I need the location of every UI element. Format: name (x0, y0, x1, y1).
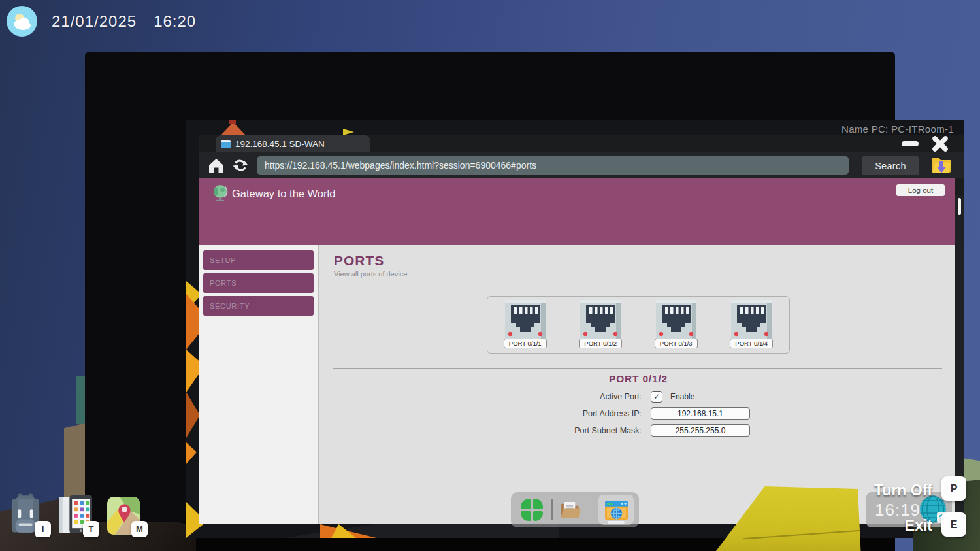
port-detail-title: PORT 0/1/2 (321, 373, 955, 385)
browser-tab[interactable]: 192.168.45.1 SD-WAN (216, 135, 370, 152)
active-port-checkbox[interactable]: ✓ (651, 391, 662, 403)
browser-app-icon (604, 500, 629, 520)
monitor-screen: Name PC: PC-ITRoom-1 192.168.45.1 SD-WAN (186, 120, 964, 538)
site-header: Gateway to the World Log out (199, 178, 955, 245)
dock-divider (551, 499, 553, 520)
ethernet-port-icon (730, 299, 772, 340)
webpage-content: Gateway to the World Log out SETUP PORTS… (199, 178, 955, 524)
turn-off-key-badge[interactable]: P (941, 476, 966, 501)
port-label: PORT 0/1/1 (504, 339, 547, 348)
home-icon[interactable] (207, 156, 225, 175)
sidebar-item-label: SETUP (210, 256, 236, 264)
page-subtitle: View all ports of device. (321, 269, 955, 278)
sidebar-item-setup[interactable]: SETUP (203, 250, 314, 270)
logout-button[interactable]: Log out (896, 184, 945, 196)
port-item-1[interactable]: PORT 0/1/1 (493, 299, 558, 348)
key-letter: T (89, 524, 94, 534)
port-label: PORT 0/1/4 (730, 339, 773, 348)
site-title: Gateway to the World (232, 188, 335, 200)
mask-input[interactable] (651, 424, 750, 437)
close-icon[interactable] (930, 134, 951, 154)
turn-off-label: Turn Off (828, 482, 932, 499)
monitor-bezel: Name PC: PC-ITRoom-1 192.168.45.1 SD-WAN (85, 52, 895, 522)
form-row-ip: Port Address IP: (321, 407, 955, 420)
hud-datetime: 21/01/2025 16:20 (52, 12, 196, 31)
ethernet-port-icon (580, 299, 621, 340)
os-dock (511, 492, 639, 527)
globe-icon (211, 184, 229, 202)
ip-input[interactable] (651, 407, 750, 420)
map-key-badge[interactable]: M (131, 521, 148, 537)
ethernet-port-icon (504, 299, 546, 340)
inventory-key-badge[interactable]: I (35, 521, 51, 537)
wallpaper-triangle (186, 442, 197, 464)
key-letter: I (42, 524, 44, 534)
active-port-label: Active Port: (321, 392, 642, 401)
pc-name-label: Name PC: PC-ITRoom-1 (841, 124, 954, 135)
browser-toolbar: Search (199, 152, 964, 178)
mask-label: Port Subnet Mask: (321, 426, 642, 435)
file-manager-icon[interactable] (559, 500, 583, 520)
search-button[interactable]: Search (862, 156, 919, 175)
wallpaper-triangle (186, 392, 200, 438)
port-form: Active Port: ✓ Enable Port Address IP: P… (321, 390, 955, 437)
wallpaper-arrow-shape (343, 129, 354, 135)
form-row-active: Active Port: ✓ Enable (321, 390, 955, 403)
browser-window: 192.168.45.1 SD-WAN Search (199, 135, 964, 524)
checkmark-icon: ✓ (653, 392, 660, 401)
hud-clock: 21/01/2025 16:20 (7, 6, 196, 37)
sidebar-item-security[interactable]: SECURITY (203, 296, 314, 316)
ip-label: Port Address IP: (321, 409, 642, 418)
wallpaper-tent-shape (220, 122, 246, 136)
tab-title: 192.168.45.1 SD-WAN (235, 139, 325, 149)
port-item-2[interactable]: PORT 0/1/2 (568, 299, 633, 348)
refresh-icon[interactable] (232, 157, 249, 174)
active-app-indicator (608, 521, 625, 524)
divider (333, 282, 942, 282)
minimize-button[interactable] (902, 141, 919, 146)
page-title: PORTS (321, 245, 955, 269)
form-row-mask: Port Subnet Mask: (321, 424, 955, 437)
site-favicon-icon (221, 140, 231, 148)
sidebar-item-label: SECURITY (210, 302, 250, 310)
sidebar-item-ports[interactable]: PORTS (203, 273, 314, 293)
browser-app-active-slot[interactable] (598, 495, 634, 525)
hud-date: 21/01/2025 (52, 12, 137, 31)
enable-label: Enable (670, 392, 694, 401)
tablet-key-badge[interactable]: T (83, 521, 99, 537)
port-label: PORT 0/1/3 (655, 339, 698, 348)
ports-panel: PORT 0/1/1 PORT 0/1/2 PORT 0/1/3 PO (487, 296, 790, 354)
sidebar-item-label: PORTS (210, 279, 237, 287)
downloads-folder-icon[interactable] (931, 154, 952, 175)
weather-icon (7, 6, 37, 37)
port-item-4[interactable]: PORT 0/1/4 (719, 299, 784, 348)
key-letter: P (951, 483, 958, 495)
wallpaper-flag-shape (229, 120, 236, 124)
port-item-3[interactable]: PORT 0/1/3 (644, 299, 709, 348)
divider (333, 368, 942, 369)
url-input[interactable] (257, 156, 849, 175)
key-letter: M (136, 524, 143, 534)
key-letter: E (951, 519, 958, 531)
hud-time: 16:20 (154, 12, 196, 31)
sidebar-nav: SETUP PORTS SECURITY (199, 245, 319, 524)
ethernet-port-icon (655, 299, 697, 340)
port-label: PORT 0/1/2 (579, 339, 622, 348)
scrollbar-thumb[interactable] (958, 198, 961, 215)
start-menu-icon[interactable] (521, 499, 543, 521)
exit-key-badge[interactable]: E (941, 512, 966, 537)
tab-bar: 192.168.45.1 SD-WAN (199, 135, 964, 152)
exit-label: Exit (828, 517, 932, 535)
